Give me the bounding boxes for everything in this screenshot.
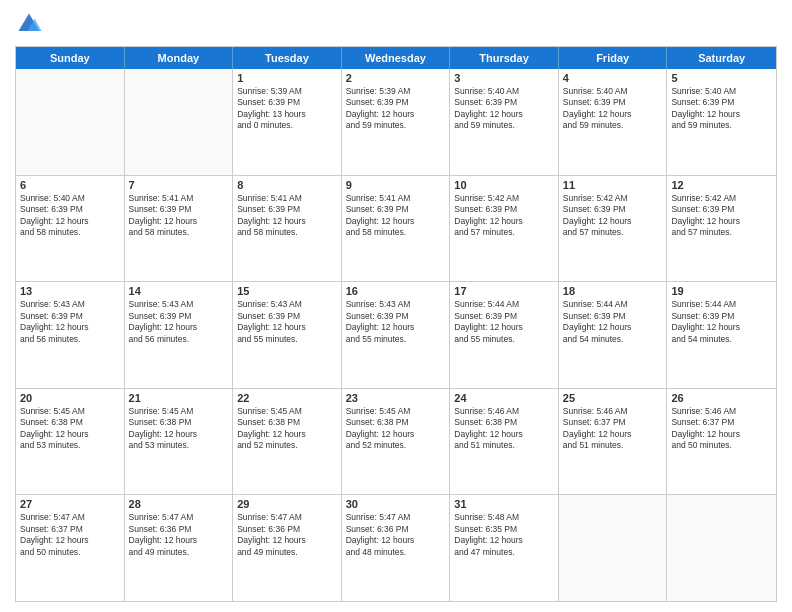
cell-info: Sunrise: 5:43 AM Sunset: 6:39 PM Dayligh… [346,299,446,345]
cell-info: Sunrise: 5:46 AM Sunset: 6:37 PM Dayligh… [671,406,772,452]
day-cell-25: 25Sunrise: 5:46 AM Sunset: 6:37 PM Dayli… [559,389,668,495]
day-cell-23: 23Sunrise: 5:45 AM Sunset: 6:38 PM Dayli… [342,389,451,495]
header-day-wednesday: Wednesday [342,47,451,69]
day-number: 25 [563,392,663,404]
cell-info: Sunrise: 5:47 AM Sunset: 6:37 PM Dayligh… [20,512,120,558]
day-cell-19: 19Sunrise: 5:44 AM Sunset: 6:39 PM Dayli… [667,282,776,388]
cell-info: Sunrise: 5:46 AM Sunset: 6:37 PM Dayligh… [563,406,663,452]
cell-info: Sunrise: 5:41 AM Sunset: 6:39 PM Dayligh… [346,193,446,239]
day-cell-29: 29Sunrise: 5:47 AM Sunset: 6:36 PM Dayli… [233,495,342,601]
day-cell-26: 26Sunrise: 5:46 AM Sunset: 6:37 PM Dayli… [667,389,776,495]
day-cell-20: 20Sunrise: 5:45 AM Sunset: 6:38 PM Dayli… [16,389,125,495]
day-number: 15 [237,285,337,297]
day-number: 12 [671,179,772,191]
day-number: 16 [346,285,446,297]
week-row-5: 27Sunrise: 5:47 AM Sunset: 6:37 PM Dayli… [16,494,776,601]
cell-info: Sunrise: 5:40 AM Sunset: 6:39 PM Dayligh… [454,86,554,132]
cell-info: Sunrise: 5:46 AM Sunset: 6:38 PM Dayligh… [454,406,554,452]
day-cell-12: 12Sunrise: 5:42 AM Sunset: 6:39 PM Dayli… [667,176,776,282]
day-cell-16: 16Sunrise: 5:43 AM Sunset: 6:39 PM Dayli… [342,282,451,388]
day-cell-31: 31Sunrise: 5:48 AM Sunset: 6:35 PM Dayli… [450,495,559,601]
calendar: SundayMondayTuesdayWednesdayThursdayFrid… [15,46,777,602]
cell-info: Sunrise: 5:43 AM Sunset: 6:39 PM Dayligh… [237,299,337,345]
day-number: 10 [454,179,554,191]
cell-info: Sunrise: 5:43 AM Sunset: 6:39 PM Dayligh… [129,299,229,345]
day-number: 9 [346,179,446,191]
cell-info: Sunrise: 5:44 AM Sunset: 6:39 PM Dayligh… [454,299,554,345]
empty-cell [559,495,668,601]
day-number: 8 [237,179,337,191]
day-number: 31 [454,498,554,510]
day-cell-10: 10Sunrise: 5:42 AM Sunset: 6:39 PM Dayli… [450,176,559,282]
week-row-4: 20Sunrise: 5:45 AM Sunset: 6:38 PM Dayli… [16,388,776,495]
day-cell-21: 21Sunrise: 5:45 AM Sunset: 6:38 PM Dayli… [125,389,234,495]
day-number: 14 [129,285,229,297]
day-number: 30 [346,498,446,510]
empty-cell [16,69,125,175]
week-row-2: 6Sunrise: 5:40 AM Sunset: 6:39 PM Daylig… [16,175,776,282]
day-cell-2: 2Sunrise: 5:39 AM Sunset: 6:39 PM Daylig… [342,69,451,175]
day-cell-7: 7Sunrise: 5:41 AM Sunset: 6:39 PM Daylig… [125,176,234,282]
cell-info: Sunrise: 5:41 AM Sunset: 6:39 PM Dayligh… [129,193,229,239]
cell-info: Sunrise: 5:45 AM Sunset: 6:38 PM Dayligh… [346,406,446,452]
day-cell-15: 15Sunrise: 5:43 AM Sunset: 6:39 PM Dayli… [233,282,342,388]
header [15,10,777,38]
day-cell-8: 8Sunrise: 5:41 AM Sunset: 6:39 PM Daylig… [233,176,342,282]
day-cell-14: 14Sunrise: 5:43 AM Sunset: 6:39 PM Dayli… [125,282,234,388]
page: SundayMondayTuesdayWednesdayThursdayFrid… [0,0,792,612]
header-day-monday: Monday [125,47,234,69]
day-number: 7 [129,179,229,191]
day-number: 17 [454,285,554,297]
day-number: 11 [563,179,663,191]
cell-info: Sunrise: 5:42 AM Sunset: 6:39 PM Dayligh… [563,193,663,239]
day-cell-17: 17Sunrise: 5:44 AM Sunset: 6:39 PM Dayli… [450,282,559,388]
cell-info: Sunrise: 5:47 AM Sunset: 6:36 PM Dayligh… [129,512,229,558]
day-number: 3 [454,72,554,84]
day-number: 29 [237,498,337,510]
day-cell-4: 4Sunrise: 5:40 AM Sunset: 6:39 PM Daylig… [559,69,668,175]
day-cell-9: 9Sunrise: 5:41 AM Sunset: 6:39 PM Daylig… [342,176,451,282]
day-cell-11: 11Sunrise: 5:42 AM Sunset: 6:39 PM Dayli… [559,176,668,282]
header-day-saturday: Saturday [667,47,776,69]
cell-info: Sunrise: 5:42 AM Sunset: 6:39 PM Dayligh… [671,193,772,239]
cell-info: Sunrise: 5:48 AM Sunset: 6:35 PM Dayligh… [454,512,554,558]
day-number: 24 [454,392,554,404]
day-cell-1: 1Sunrise: 5:39 AM Sunset: 6:39 PM Daylig… [233,69,342,175]
day-number: 22 [237,392,337,404]
day-number: 21 [129,392,229,404]
day-cell-22: 22Sunrise: 5:45 AM Sunset: 6:38 PM Dayli… [233,389,342,495]
day-number: 23 [346,392,446,404]
day-number: 18 [563,285,663,297]
day-number: 2 [346,72,446,84]
cell-info: Sunrise: 5:44 AM Sunset: 6:39 PM Dayligh… [563,299,663,345]
cell-info: Sunrise: 5:47 AM Sunset: 6:36 PM Dayligh… [237,512,337,558]
logo-icon [15,10,43,38]
calendar-body: 1Sunrise: 5:39 AM Sunset: 6:39 PM Daylig… [16,69,776,601]
cell-info: Sunrise: 5:39 AM Sunset: 6:39 PM Dayligh… [237,86,337,132]
day-cell-3: 3Sunrise: 5:40 AM Sunset: 6:39 PM Daylig… [450,69,559,175]
week-row-1: 1Sunrise: 5:39 AM Sunset: 6:39 PM Daylig… [16,69,776,175]
calendar-header: SundayMondayTuesdayWednesdayThursdayFrid… [16,47,776,69]
day-number: 28 [129,498,229,510]
day-number: 13 [20,285,120,297]
header-day-sunday: Sunday [16,47,125,69]
cell-info: Sunrise: 5:39 AM Sunset: 6:39 PM Dayligh… [346,86,446,132]
cell-info: Sunrise: 5:40 AM Sunset: 6:39 PM Dayligh… [563,86,663,132]
cell-info: Sunrise: 5:41 AM Sunset: 6:39 PM Dayligh… [237,193,337,239]
day-number: 5 [671,72,772,84]
cell-info: Sunrise: 5:45 AM Sunset: 6:38 PM Dayligh… [237,406,337,452]
header-day-thursday: Thursday [450,47,559,69]
empty-cell [667,495,776,601]
day-number: 20 [20,392,120,404]
logo [15,10,47,38]
day-cell-24: 24Sunrise: 5:46 AM Sunset: 6:38 PM Dayli… [450,389,559,495]
day-number: 1 [237,72,337,84]
day-cell-6: 6Sunrise: 5:40 AM Sunset: 6:39 PM Daylig… [16,176,125,282]
day-cell-30: 30Sunrise: 5:47 AM Sunset: 6:36 PM Dayli… [342,495,451,601]
cell-info: Sunrise: 5:40 AM Sunset: 6:39 PM Dayligh… [671,86,772,132]
header-day-friday: Friday [559,47,668,69]
day-cell-28: 28Sunrise: 5:47 AM Sunset: 6:36 PM Dayli… [125,495,234,601]
cell-info: Sunrise: 5:44 AM Sunset: 6:39 PM Dayligh… [671,299,772,345]
day-number: 19 [671,285,772,297]
cell-info: Sunrise: 5:45 AM Sunset: 6:38 PM Dayligh… [20,406,120,452]
